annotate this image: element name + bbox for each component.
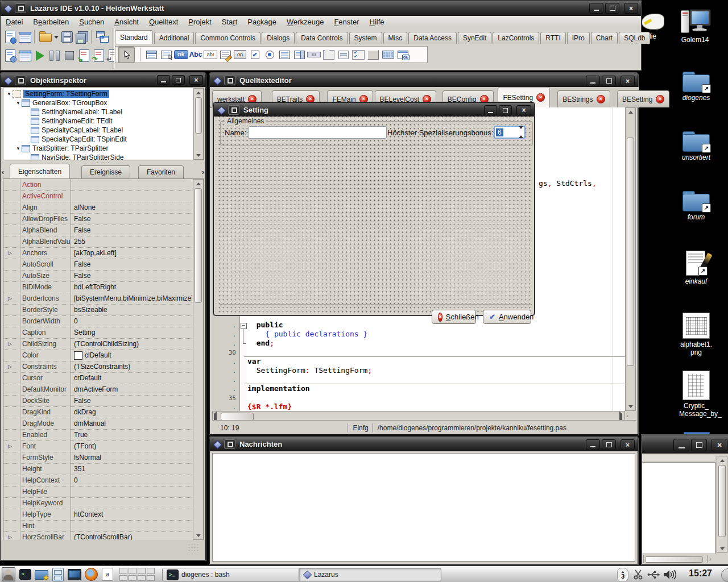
scroll-down-icon[interactable] (193, 531, 203, 539)
new-form-icon[interactable] (18, 30, 32, 44)
close-icon[interactable]: × (516, 105, 531, 115)
tree-expand-icon[interactable]: ▼ (15, 101, 22, 106)
property-row[interactable]: AlignalNone (3, 202, 192, 214)
palette-tab-lazcontrols[interactable]: LazControls (493, 32, 539, 44)
tree-expand-icon[interactable]: ▼ (15, 146, 22, 151)
property-row[interactable]: Action (3, 179, 192, 191)
clipboard-scissors-icon[interactable] (631, 567, 646, 581)
expand-icon[interactable]: ▷ (8, 341, 12, 347)
workspace-pager[interactable] (119, 568, 155, 581)
component-pointer[interactable] (118, 47, 135, 63)
property-row[interactable]: HelpFile (3, 486, 192, 498)
close-icon[interactable]: × (621, 76, 635, 86)
property-row[interactable]: AutoSizeFalse (3, 270, 192, 282)
pager-cell[interactable] (119, 575, 127, 581)
window-menu-icon[interactable] (15, 3, 26, 13)
close-icon[interactable]: × (624, 3, 638, 14)
menu-projekt[interactable]: Projekt (183, 16, 216, 27)
property-row[interactable]: EnabledTrue (3, 429, 192, 441)
pager-cell[interactable] (119, 568, 127, 574)
menu-quelltext[interactable]: Quelltext (144, 16, 183, 27)
usb-device-icon[interactable] (646, 567, 661, 581)
component-tcheckbox[interactable]: ✔ (247, 47, 262, 63)
property-row[interactable]: BorderStylebsSizeable (3, 304, 192, 316)
menu-datei[interactable]: Datei (1, 16, 28, 27)
view-forms-icon[interactable] (18, 48, 32, 63)
property-row[interactable]: AllowDropFilesFalse (3, 213, 192, 225)
oi-tree-item[interactable]: ▼SettingForm: TSettingForm (6, 89, 109, 98)
close-icon[interactable]: × (712, 439, 727, 451)
palette-tab-additional[interactable]: Additional (154, 32, 195, 44)
palette-tab-sqldb[interactable]: SQLdb (619, 32, 650, 44)
save-icon[interactable] (60, 30, 75, 44)
expand-icon[interactable]: ▷ (8, 534, 12, 540)
close-icon[interactable]: × (621, 439, 635, 450)
component-tmemo[interactable] (218, 47, 233, 63)
component-ttogglebox[interactable]: on (233, 47, 247, 63)
scroll-up-icon[interactable] (626, 108, 635, 116)
oi-component-tree[interactable]: ▼SettingForm: TSettingForm▼GeneralBox: T… (3, 88, 204, 160)
corner-arrow-icon[interactable]: › (709, 555, 712, 562)
menu-ansicht[interactable]: Ansicht (109, 16, 144, 27)
component-tscrollbar[interactable] (307, 47, 321, 63)
window-menu-icon[interactable] (224, 76, 235, 85)
scroll-thumb[interactable] (195, 97, 202, 134)
scroll-down-icon[interactable] (194, 151, 203, 159)
palette-tab-synedit[interactable]: SynEdit (458, 32, 491, 44)
maximize-icon[interactable] (602, 76, 616, 86)
property-row[interactable]: AutoScrollFalse (3, 259, 192, 271)
scroll-thumb[interactable] (195, 188, 202, 303)
property-row[interactable]: ▷Anchors[akTop,akLeft] (3, 247, 192, 259)
palette-tab-common-controls[interactable]: Common Controls (195, 32, 260, 44)
expand-icon[interactable]: ▷ (8, 364, 12, 369)
palette-tab-rtti[interactable]: RTTI (540, 32, 565, 44)
component-tframe[interactable] (380, 47, 395, 63)
palette-tab-standard[interactable]: Standard (115, 30, 153, 44)
component-tradiogroup[interactable] (336, 47, 351, 63)
property-row[interactable]: ▷ChildSizing(TControlChildSizing) (3, 338, 192, 350)
expand-icon[interactable]: ▷ (8, 443, 12, 449)
scroll-thumb[interactable] (645, 556, 703, 563)
editor-titlebar[interactable]: Quelltexteditor × (210, 73, 638, 87)
scroll-thumb[interactable] (627, 138, 634, 366)
setting-name-input[interactable] (248, 126, 387, 139)
property-row[interactable]: ▷Constraints(TSizeConstraints) (3, 361, 192, 373)
volume-icon[interactable] (662, 567, 677, 581)
pager-cell[interactable] (147, 568, 155, 574)
property-row[interactable]: ColorclDefault (3, 350, 192, 361)
menu-bearbeiten[interactable]: Bearbeiten (28, 16, 74, 27)
oi-tree-item[interactable]: ▼TraitSplitter: TPairSplitter (15, 144, 108, 153)
desktop-icon-diogenes[interactable]: ↗diogenes (679, 72, 713, 102)
step-over-icon[interactable]: ↷ (92, 48, 106, 63)
maximize-icon[interactable] (605, 3, 619, 14)
component-tpanel[interactable] (366, 47, 380, 63)
specialty-cap-spinedit[interactable]: 6 (494, 126, 526, 139)
scroll-up-icon[interactable] (193, 180, 203, 188)
maximize-icon[interactable] (499, 105, 512, 115)
oi-tabs-scroll-right-icon[interactable]: › (202, 168, 204, 176)
stop-icon[interactable] (62, 48, 77, 63)
pager-cell[interactable] (129, 575, 136, 581)
component-tlistbox[interactable] (277, 47, 292, 63)
tab-close-icon[interactable]: × (536, 93, 545, 102)
property-row[interactable]: FormStylefsNormal (3, 452, 192, 464)
open-dropdown-icon[interactable] (53, 30, 60, 44)
property-row[interactable]: HelpContext0 (3, 475, 192, 487)
maximize-icon[interactable] (691, 439, 707, 451)
oi-tabs-scroll-left-icon[interactable]: ‹ (2, 168, 4, 176)
component-tgroupbox[interactable] (321, 47, 336, 63)
task-button-lazarus[interactable]: Lazarus (299, 568, 441, 581)
oi-titlebar[interactable]: Objektinspektor × (1, 73, 205, 87)
desktop-icon-alphabet1[interactable]: alphabet1.png (679, 313, 713, 356)
launcher-font-editor-icon[interactable]: a (100, 567, 115, 581)
oi-tab-eigenschaften[interactable]: Eigenschaften (10, 164, 70, 178)
side-listbox[interactable] (642, 462, 715, 554)
scroll-down-icon[interactable] (626, 402, 635, 410)
editor-tab-besetting[interactable]: BESetting× (617, 90, 669, 107)
menu-werkzeuge[interactable]: Werkzeuge (282, 16, 329, 27)
menu-start[interactable]: Start (217, 16, 242, 27)
messages-list[interactable] (212, 453, 635, 562)
property-row[interactable]: AlphaBlendValu255 (3, 236, 192, 248)
component-tradiobutton[interactable] (262, 47, 277, 63)
side-hscrollbar[interactable] (643, 555, 708, 563)
